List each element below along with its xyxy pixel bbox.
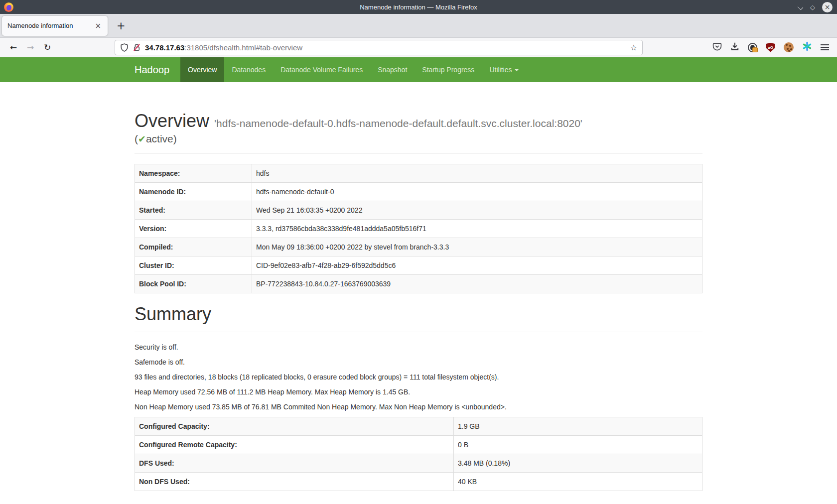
check-icon: ✔ [138,133,146,144]
caret-down-icon [515,69,519,71]
namenode-host: 'hdfs-namenode-default-0.hdfs-namenode-d… [214,118,582,129]
minimize-icon[interactable] [798,4,803,9]
navigation-toolbar: ← → ↻ 34.78.17.63:31805/dfshealth.html#t… [0,38,837,57]
new-tab-button[interactable]: + [117,20,126,32]
nav-item-snapshot[interactable]: Snapshot [370,57,415,82]
divider [135,332,702,332]
pocket-icon[interactable] [712,42,722,53]
tab-strip: Namenode information × + [0,14,837,38]
bookmark-star-icon[interactable]: ☆ [630,43,637,52]
window-title: Namenode information — Mozilla Firefox [0,3,837,11]
url-path: :31805/dfshealth.html#tab-overview [184,43,302,52]
tab-close-icon[interactable]: × [94,21,102,30]
table-row: Block Pool ID:BP-772238843-10.84.0.27-16… [135,274,702,293]
insecure-lock-icon[interactable] [133,43,141,52]
nav-item-startup-progress[interactable]: Startup Progress [415,57,482,82]
reload-button[interactable]: ↻ [39,42,56,52]
namenode-info-table: Namespace:hdfs Namenode ID:hdfs-namenode… [135,164,702,293]
table-row: Started:Wed Sep 21 16:03:35 +0200 2022 [135,201,702,219]
table-row: Configured Capacity:1.9 GB [135,417,702,435]
summary-non-heap-memory: Non Heap Memory used 73.85 MB of 76.81 M… [135,402,702,412]
table-row: Configured Remote Capacity:0 B [135,435,702,454]
nav-item-datanodes[interactable]: Datanodes [224,57,273,82]
tab-label: Namenode information [7,22,94,29]
summary-heading: Summary [135,303,702,325]
table-row: Namenode ID:hdfs-namenode-default-0 [135,182,702,201]
summary-safemode: Safemode is off. [135,357,702,367]
summary-heap-memory: Heap Memory used 72.56 MB of 111.2 MB He… [135,387,702,397]
back-button[interactable]: ← [5,42,22,52]
table-row: Version:3.3.3, rd37586cbda38c338d9fe481a… [135,219,702,238]
summary-filesystem-objects: 93 files and directories, 18 blocks (18 … [135,372,702,382]
capacity-table: Configured Capacity:1.9 GB Configured Re… [135,417,702,491]
tab-namenode-information[interactable]: Namenode information × [2,16,108,36]
active-status: (✔active) [135,131,702,146]
table-row: Compiled:Mon May 09 18:36:00 +0200 2022 … [135,238,702,256]
overview-heading: Overview 'hdfs-namenode-default-0.hdfs-n… [135,110,702,146]
address-bar[interactable]: 34.78.17.63:31805/dfshealth.html#tab-ove… [115,40,643,55]
menu-icon[interactable] [821,43,829,52]
navbar-brand-hadoop[interactable]: Hadoop [135,57,180,82]
maximize-icon[interactable]: ◇ [810,4,815,10]
window-titlebar: Namenode information — Mozilla Firefox ◇… [0,0,837,14]
nav-item-overview[interactable]: Overview [180,57,224,82]
hadoop-navbar: Hadoop Overview Datanodes Datanode Volum… [0,57,837,82]
url-domain: 34.78.17.63 [145,43,184,52]
tracking-shield-icon[interactable] [120,43,129,52]
ublock-origin-icon[interactable]: uO [766,43,775,52]
table-row: Namespace:hdfs [135,164,702,182]
close-icon[interactable]: × [822,2,833,12]
page-content: Overview 'hdfs-namenode-default-0.hdfs-n… [127,82,710,491]
firefox-logo-icon [4,2,13,12]
privacy-extension-icon[interactable] [748,43,757,52]
table-row: Non DFS Used:40 KB [135,472,702,491]
forward-button[interactable]: → [22,42,39,52]
summary-security: Security is off. [135,342,702,352]
cookie-extension-icon[interactable] [784,42,794,52]
divider [135,153,702,154]
table-row: DFS Used:3.48 MB (0.18%) [135,454,702,472]
nav-item-datanode-volume-failures[interactable]: Datanode Volume Failures [273,57,370,82]
nav-item-utilities[interactable]: Utilities [482,57,526,82]
download-icon[interactable] [730,42,739,53]
url-text[interactable]: 34.78.17.63:31805/dfshealth.html#tab-ove… [145,43,302,52]
asterisk-extension-icon[interactable] [802,41,812,53]
table-row: Cluster ID:CID-9ef02e83-afb7-4f28-ab29-6… [135,256,702,274]
